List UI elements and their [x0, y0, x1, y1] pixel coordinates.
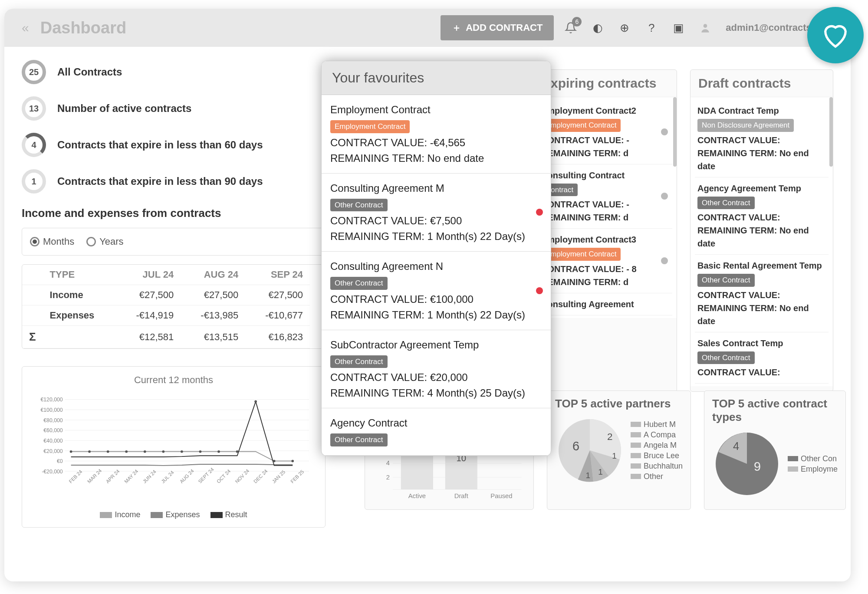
svg-text:2: 2	[386, 474, 390, 481]
cell-value: €27,500	[116, 285, 181, 305]
card-heading: Draft contracts	[690, 70, 833, 97]
svg-text:Draft: Draft	[454, 492, 468, 499]
legend-item: Other Con	[788, 454, 838, 463]
types-legend: Other ConEmployme	[788, 453, 838, 475]
money-table-card: TYPE JUL 24 AUG 24 SEP 24 Income €27,500…	[22, 264, 326, 349]
legend-item: Buchhaltun	[631, 462, 683, 471]
top-types-widget: TOP 5 active contract types 9 4 Other Co…	[704, 391, 846, 510]
svg-text:€100,000: €100,000	[40, 407, 62, 413]
partners-legend: Hubert MA CompaAngela MBruce LeeBuchhalt…	[631, 419, 683, 482]
sigma-icon: Σ	[22, 326, 43, 348]
card-heading: Expiring contracts	[534, 70, 677, 97]
cell-value: €27,500	[181, 285, 245, 305]
svg-text:9: 9	[754, 459, 761, 473]
svg-point-27	[254, 400, 257, 403]
contract-item[interactable]: NDA Contract TempNon Disclosure Agreemen…	[695, 100, 829, 177]
svg-point-20	[125, 450, 128, 453]
top-partners-widget: TOP 5 active partners 6 2 1 1 1 Hubert M…	[547, 391, 691, 510]
svg-text:1: 1	[598, 467, 603, 476]
money-table: TYPE JUL 24 AUG 24 SEP 24 Income €27,500…	[22, 265, 310, 348]
language-icon[interactable]: ⊕	[615, 18, 635, 38]
svg-text:NOV 24: NOV 24	[234, 468, 250, 484]
add-contract-button[interactable]: ＋ ADD CONTRACT	[441, 15, 554, 40]
contract-item[interactable]: Agency Agreement TempOther ContractCONTR…	[695, 177, 829, 255]
svg-text:DEC 24: DEC 24	[253, 468, 269, 484]
radio-label: Months	[43, 236, 74, 247]
radio-label: Years	[99, 236, 123, 247]
table-row: Income €27,500 €27,500 €27,500	[22, 285, 310, 305]
page-title: Dashboard	[40, 19, 434, 37]
contract-item[interactable]: Employment Contract3Employment ContractC…	[539, 229, 672, 293]
favourites-popup: Your favourites Employment ContractEmplo…	[321, 61, 551, 456]
svg-text:€20,000: €20,000	[43, 448, 63, 454]
svg-text:€80,000: €80,000	[43, 417, 63, 423]
contract-item[interactable]: Sales Contract TempOther ContractCONTRAC…	[695, 332, 829, 384]
heart-icon	[820, 20, 851, 50]
radio-months[interactable]: Months	[30, 236, 74, 247]
contract-item[interactable]: Consulting Agreement MOther ContractCONT…	[322, 174, 551, 252]
line-chart-card: Current 12 months €120,000€100,000 €80,0…	[22, 366, 326, 528]
contract-item[interactable]: Consulting Agreement NOther ContractCONT…	[322, 252, 551, 330]
svg-text:JUL 24: JUL 24	[160, 469, 175, 484]
col-month: AUG 24	[181, 265, 245, 285]
row-label: Expenses	[43, 305, 116, 326]
svg-point-25	[217, 450, 220, 453]
legend-label: Result	[225, 510, 247, 519]
row-label: Income	[43, 285, 116, 305]
scrollbar[interactable]	[673, 97, 677, 167]
svg-point-29	[291, 460, 294, 463]
favourites-heart-button[interactable]	[807, 7, 864, 63]
cell-value: €16,823	[245, 326, 310, 348]
contract-item[interactable]: Agency ContractOther Contract	[322, 408, 551, 456]
svg-point-26	[236, 450, 239, 453]
col-type: TYPE	[43, 265, 116, 285]
notifications-icon[interactable]: 6	[561, 18, 581, 38]
help-icon[interactable]: ?	[641, 18, 661, 38]
contrast-icon[interactable]: ◐	[588, 18, 608, 38]
legend-item: Bruce Lee	[631, 451, 683, 460]
col-month: JUL 24	[116, 265, 181, 285]
svg-text:4: 4	[733, 440, 739, 452]
svg-text:€40,000: €40,000	[43, 438, 63, 444]
stat-count-ring: 1	[22, 169, 46, 194]
svg-text:Paused: Paused	[490, 492, 512, 499]
legend-item: Angela M	[631, 441, 683, 450]
svg-point-17	[70, 450, 72, 453]
line-chart-legend: Income Expenses Result	[30, 510, 317, 519]
svg-point-24	[199, 450, 202, 453]
collapse-icon[interactable]: «	[22, 20, 29, 35]
user-avatar-icon[interactable]	[695, 18, 715, 38]
chart-title: Current 12 months	[30, 374, 317, 386]
svg-point-23	[181, 450, 183, 453]
svg-text:1: 1	[612, 451, 617, 460]
contract-item[interactable]: Employment ContractEmployment ContractCO…	[322, 95, 551, 174]
contract-item[interactable]: Employment Contract2Employment ContractC…	[539, 100, 672, 164]
radio-years[interactable]: Years	[86, 236, 123, 247]
expiring-contracts-card: Expiring contracts Employment Contract2E…	[534, 69, 677, 392]
svg-text:2: 2	[607, 431, 612, 442]
stat-count-ring: 25	[22, 60, 46, 84]
svg-text:SEPT 24: SEPT 24	[197, 467, 214, 484]
stat-label: Number of active contracts	[57, 102, 191, 115]
contract-item[interactable]: Consulting ContractContractCONTRACT VALU…	[539, 164, 672, 229]
scrollbar[interactable]	[829, 97, 833, 167]
table-row: Expenses -€14,919 -€13,985 -€10,677	[22, 305, 310, 326]
svg-text:MAR 24: MAR 24	[86, 468, 102, 484]
legend-item: A Compa	[631, 430, 683, 440]
book-icon[interactable]: ▣	[668, 18, 688, 38]
stat-label: Contracts that expire in less than 90 da…	[57, 175, 263, 187]
svg-text:Active: Active	[408, 492, 426, 499]
add-contract-label: ADD CONTRACT	[466, 22, 542, 33]
svg-point-0	[704, 24, 707, 28]
stat-count-ring: 13	[22, 96, 46, 121]
contract-item[interactable]: Consulting Agreement	[539, 293, 672, 315]
legend-label: Income	[115, 510, 140, 519]
svg-text:1: 1	[585, 471, 590, 480]
legend-label: Expenses	[165, 510, 200, 519]
svg-text:4: 4	[386, 459, 390, 466]
contract-item[interactable]: Basic Rental Agreement TempOther Contrac…	[695, 255, 829, 332]
period-selector-card: Months Years	[22, 228, 326, 256]
contract-item[interactable]: SubContractor Agreement TempOther Contra…	[322, 330, 551, 409]
widget-title: TOP 5 active partners	[555, 397, 683, 410]
draft-contracts-card: Draft contracts NDA Contract TempNon Dis…	[690, 69, 833, 392]
